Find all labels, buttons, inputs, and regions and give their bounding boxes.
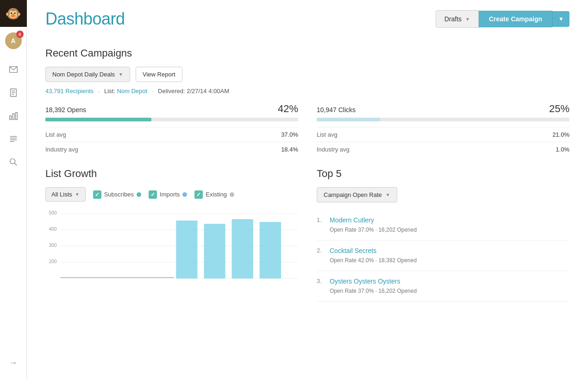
clicks-bar [317,118,380,121]
delivered-label: Delivered: [158,88,185,95]
svg-rect-25 [204,224,225,278]
avatar[interactable]: A 4 [5,32,22,49]
top5-detail-1: Open Rate 37.0% · 16,202 Opened [330,227,417,233]
svg-rect-5 [9,116,11,120]
opens-bar-container [45,118,298,121]
more-caret-icon: ▼ [558,16,564,22]
top5-name-2[interactable]: Cocktail Secrets [330,247,417,254]
sidebar-item-reports[interactable] [0,82,26,104]
bottom-grid: List Growth All Lists ▼ ✓ Subscribes ✓ [45,168,569,302]
imports-check-box: ✓ [149,190,157,199]
opens-stat-block: 18,392 Opens 42% List avg 37.0% Industry… [45,103,298,157]
clicks-list-avg-label: List avg [317,131,338,138]
clicks-stat-block: 10,947 Clicks 25% List avg 21.0% Industr… [317,103,569,157]
search-icon [8,157,19,167]
all-lists-button[interactable]: All Lists ▼ [45,187,86,202]
campaign-bar: Nom Depot Daily Deals ▼ View Report [45,67,569,82]
campaign-meta: 43,791 Recipients · List: Nom Depot · De… [45,88,569,95]
sidebar-item-lists[interactable] [0,128,26,150]
list-name[interactable]: Nom Depot [117,88,147,95]
page-title: Dashboard [45,9,125,29]
clicks-list-avg-value: 21.0% [552,131,569,138]
main-content: Dashboard Drafts ▼ Create Campaign ▼ Rec… [27,0,588,379]
document-icon [8,88,19,98]
list-growth-section: List Growth All Lists ▼ ✓ Subscribes ✓ [45,168,298,302]
clicks-industry-avg-label: Industry avg [317,146,350,153]
subscribes-checkbox[interactable]: ✓ Subscribes [93,190,141,199]
svg-point-12 [10,159,15,164]
recipients-count[interactable]: 43,791 Recipients [45,88,94,95]
clicks-label: 10,947 Clicks [317,106,356,114]
create-campaign-more-button[interactable]: ▼ [552,11,569,27]
recent-campaigns-section: Recent Campaigns Nom Depot Daily Deals ▼… [45,47,569,157]
list-icon [8,134,19,144]
opens-list-avg-label: List avg [45,131,66,138]
svg-text:300: 300 [49,242,56,248]
subscribes-dot-icon [137,192,141,197]
clicks-bar-container [317,118,569,121]
svg-text:200: 200 [49,259,56,264]
svg-text:500: 500 [49,210,56,215]
top5-name-3[interactable]: Oysters Oysters Oysters [330,278,417,285]
sidebar-nav [0,58,26,173]
top5-rank-2: 2. [317,247,325,264]
sidebar-item-analytics[interactable] [0,105,26,127]
opens-industry-avg-label: Industry avg [45,146,78,153]
clicks-list-avg-row: List avg 21.0% [317,127,569,142]
clicks-industry-avg-row: Industry avg 1.0% [317,142,569,157]
campaign-select-caret-icon: ▼ [119,72,123,77]
open-rate-caret-icon: ▼ [386,192,390,197]
list-growth-title: List Growth [45,168,298,180]
campaign-name-label: Nom Depot Daily Deals [52,71,115,78]
mailchimp-logo-icon: 🐵 [5,6,21,21]
avatar-initials: A [11,37,15,44]
chart-svg: 500 400 300 200 [45,209,298,288]
campaign-select-button[interactable]: Nom Depot Daily Deals ▼ [45,67,130,82]
top5-item-3: 3. Oysters Oysters Oysters Open Rate 37.… [317,271,569,302]
top5-detail-2: Open Rate 42.0% · 18,392 Opened [330,257,417,264]
expand-sidebar-button[interactable]: → [6,354,21,372]
top5-section: Top 5 Campaign Open Rate ▼ 1. Modern Cut… [317,168,569,302]
sidebar-item-campaigns[interactable] [0,58,26,81]
opens-list-avg-value: 37.0% [281,131,298,138]
existing-checkbox[interactable]: ✓ Existing [194,190,234,199]
existing-check-box: ✓ [194,190,203,199]
opens-industry-avg-value: 18.4% [281,146,298,153]
top5-title: Top 5 [317,168,569,180]
top5-rank-3: 3. [317,278,325,295]
top5-detail-3: Open Rate 37.0% · 16,202 Opened [330,288,417,294]
svg-rect-27 [260,222,281,278]
svg-text:400: 400 [49,226,56,232]
create-campaign-button[interactable]: Create Campaign [479,11,552,27]
list-controls: All Lists ▼ ✓ Subscribes ✓ Imports [45,187,298,202]
opens-list-avg-row: List avg 37.0% [45,127,298,142]
top5-item-2: 2. Cocktail Secrets Open Rate 42.0% · 18… [317,240,569,271]
recent-campaigns-title: Recent Campaigns [45,47,569,59]
subscribes-check-box: ✓ [93,190,101,199]
clicks-industry-avg-value: 1.0% [556,146,569,153]
sidebar-item-search[interactable] [0,151,26,173]
drafts-caret-icon: ▼ [465,17,470,22]
envelope-icon [8,64,19,75]
all-lists-caret-icon: ▼ [75,192,80,197]
sidebar-logo[interactable]: 🐵 [0,0,27,27]
page-header: Dashboard Drafts ▼ Create Campaign ▼ [45,0,569,38]
svg-rect-7 [15,113,17,120]
drafts-button[interactable]: Drafts ▼ [436,10,479,28]
top5-list: 1. Modern Cutlery Open Rate 37.0% · 16,2… [317,210,569,302]
sidebar: 🐵 A 4 [0,0,27,379]
sidebar-bottom: → [6,354,21,379]
bar-chart-icon [8,111,19,121]
view-report-button[interactable]: View Report [136,67,182,82]
list-label: List: [104,88,115,95]
top5-name-1[interactable]: Modern Cutlery [330,216,417,224]
existing-dot-icon [230,192,234,197]
list-growth-chart: 500 400 300 200 [45,209,298,288]
imports-dot-icon [182,192,187,197]
open-rate-dropdown-button[interactable]: Campaign Open Rate ▼ [317,187,397,202]
opens-bar [45,118,151,121]
svg-rect-6 [13,114,14,120]
clicks-value: 25% [549,103,569,115]
imports-checkbox[interactable]: ✓ Imports [149,190,187,199]
delivered-date: 2/27/14 4:00AM [187,88,229,95]
